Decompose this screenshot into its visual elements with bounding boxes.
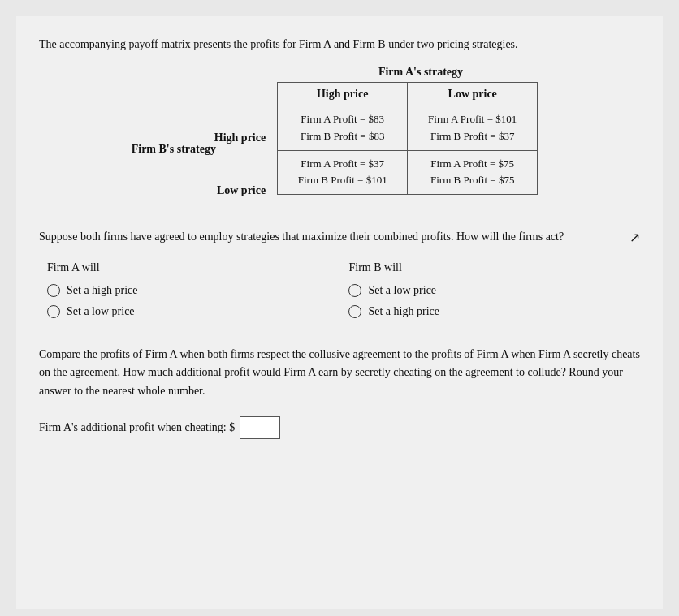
firm-a-option-low-label: Set a low price bbox=[67, 305, 135, 318]
radio-circle-b-high[interactable] bbox=[348, 305, 361, 318]
row-label-high: High price bbox=[214, 111, 272, 164]
cell-hh: Firm A Profit = $83Firm B Profit = $83 bbox=[278, 106, 408, 151]
firm-a-option-low[interactable]: Set a low price bbox=[47, 305, 137, 318]
radio-circle-a-high[interactable] bbox=[47, 284, 60, 297]
table-row: Firm A Profit = $83Firm B Profit = $83 F… bbox=[278, 106, 538, 151]
answer-label: Firm A's additional profit when cheating… bbox=[39, 421, 235, 434]
payoff-matrix-container: Firm A's strategy Firm B's strategy High… bbox=[39, 66, 640, 217]
row-labels: High price Low price bbox=[214, 82, 272, 217]
firm-a-strategy-header: Firm A's strategy bbox=[378, 66, 463, 79]
firm-b-radio-group: Firm B will Set a low price Set a high p… bbox=[348, 261, 439, 323]
question1-text: Suppose both firms have agreed to employ… bbox=[39, 228, 640, 245]
radio-section: Firm A will Set a high price Set a low p… bbox=[47, 261, 640, 323]
matrix-inner: High price Low price High price Low pric… bbox=[214, 82, 538, 217]
intro-text: The accompanying payoff matrix presents … bbox=[39, 36, 640, 53]
answer-row: Firm A's additional profit when cheating… bbox=[39, 416, 640, 439]
cell-hl: Firm A Profit = $101Firm B Profit = $37 bbox=[408, 106, 538, 151]
col-header-high: High price bbox=[278, 83, 408, 106]
compare-text: Compare the profits of Firm A when both … bbox=[39, 346, 640, 400]
firm-b-strategy-text: Firm B's strategy bbox=[132, 143, 216, 156]
firm-b-title: Firm B will bbox=[348, 261, 439, 274]
firm-b-option-high-label: Set a high price bbox=[368, 305, 439, 318]
firm-a-option-high[interactable]: Set a high price bbox=[47, 284, 137, 297]
table-row: Firm A Profit = $37Firm B Profit = $101 … bbox=[278, 150, 538, 195]
radio-circle-a-low[interactable] bbox=[47, 305, 60, 318]
firm-a-title: Firm A will bbox=[47, 261, 137, 274]
firm-b-option-high[interactable]: Set a high price bbox=[348, 305, 439, 318]
firm-a-option-high-label: Set a high price bbox=[67, 284, 137, 297]
cell-lh: Firm A Profit = $37Firm B Profit = $101 bbox=[278, 150, 408, 195]
firm-b-option-low-label: Set a low price bbox=[368, 284, 436, 297]
firm-b-option-low[interactable]: Set a low price bbox=[348, 284, 439, 297]
col-header-low: Low price bbox=[408, 83, 538, 106]
firm-b-strategy-label: Firm B's strategy bbox=[141, 143, 206, 156]
row-label-low: Low price bbox=[214, 164, 272, 217]
page-container: The accompanying payoff matrix presents … bbox=[16, 16, 663, 609]
firm-a-radio-group: Firm A will Set a high price Set a low p… bbox=[47, 261, 137, 323]
answer-input[interactable] bbox=[240, 416, 280, 439]
cell-ll: Firm A Profit = $75Firm B Profit = $75 bbox=[408, 150, 538, 195]
matrix-outer: Firm B's strategy High price Low price bbox=[141, 82, 538, 217]
payoff-table: High price Low price Firm A Profit = $83… bbox=[277, 82, 538, 195]
radio-circle-b-low[interactable] bbox=[348, 284, 361, 297]
